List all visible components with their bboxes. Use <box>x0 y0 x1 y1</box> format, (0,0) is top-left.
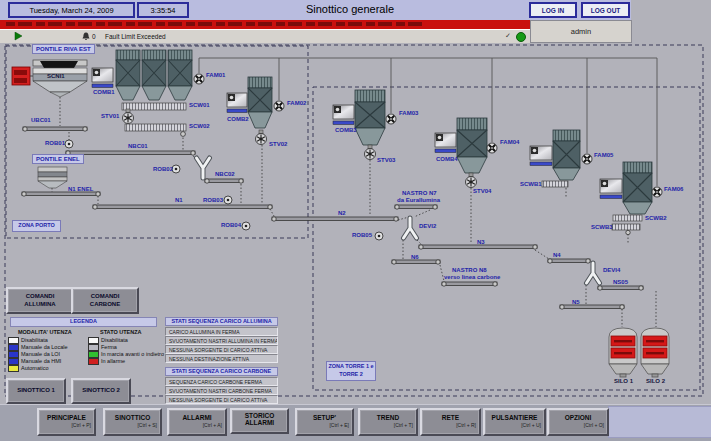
nav-principale-button[interactable]: PRINCIPALE[Ctrl + P] <box>37 408 96 436</box>
label-ubc01: UBC01 <box>31 117 51 123</box>
legend-row-label: Manuale da HMI <box>21 358 61 364</box>
sinottico1-button[interactable]: SINOTTICO 1 <box>6 378 66 404</box>
label-n2: N2 <box>338 210 346 216</box>
alarm-message: Fault Limit Exceeded <box>105 33 166 40</box>
stati-carbone-row: NESSUNA SORGENTE DI CARICO ATTIVA <box>165 395 278 404</box>
label-nastro-n7-line1: NASTRO N7 <box>402 190 437 196</box>
label-nastro-n7-line2: da Eurallumina <box>397 197 440 203</box>
stv02-valve-icon <box>256 130 267 145</box>
label-nastro-n8-line1: NASTRO N8 <box>452 267 487 273</box>
nav-hint: [Ctrl + U] <box>485 422 544 428</box>
fam05-fan-icon <box>582 154 592 164</box>
storage-silos <box>609 328 669 377</box>
label-silo2: SILO 2 <box>646 378 665 384</box>
nav-hint: [Ctrl + R] <box>422 422 479 428</box>
legend-swatch <box>8 365 19 372</box>
nav-opzioni-button[interactable]: OPZIONI[Ctrl + O] <box>547 408 609 436</box>
nav-setup-button[interactable]: SETUP'[Ctrl + E] <box>295 408 354 436</box>
time-display: 3:35:54 <box>137 2 189 18</box>
legend-row-label: Ferma <box>101 344 117 350</box>
comandi-carbone-button[interactable]: COMANDI CARBONE <box>71 287 139 314</box>
legend-swatch <box>88 358 99 365</box>
legend-swatch <box>88 344 99 351</box>
alarm-count: 0 <box>92 33 96 40</box>
label-stv03: STV03 <box>377 157 395 163</box>
logout-button[interactable]: LOG OUT <box>581 2 630 18</box>
label-nastro-n8-line2: verso linea carbone <box>444 274 500 280</box>
silo-4 <box>457 118 487 173</box>
stati-carbone-title: STATI SEQUENZA CARICO CARBONE <box>165 367 278 376</box>
label-n6: N6 <box>411 254 419 260</box>
silo-3 <box>355 90 385 145</box>
nav-rete-button[interactable]: RETE[Ctrl + R] <box>420 408 481 436</box>
label-rob02: ROB02 <box>153 166 173 172</box>
label-silo1: SILO 1 <box>614 378 633 384</box>
enel-hopper <box>38 167 67 188</box>
label-rob01: ROB01 <box>45 140 65 146</box>
nav-hint: [Ctrl + O] <box>549 422 607 428</box>
fam04-fan-icon <box>487 143 497 153</box>
nav-label: TREND <box>360 414 416 421</box>
fam01-fan-icon <box>194 74 204 84</box>
label-n5: N5 <box>572 299 580 305</box>
login-button[interactable]: LOG IN <box>529 2 577 18</box>
comandi-allumina-button[interactable]: COMANDI ALLUMINA <box>6 287 74 314</box>
legend-swatch <box>8 344 19 351</box>
legend-col1-title: MODALITA' UTENZA <box>18 329 72 335</box>
legend-row-label: Automatico <box>21 365 49 371</box>
nav-hint: [Ctrl + P] <box>39 422 94 428</box>
current-user: admin <box>530 20 632 43</box>
alarm-status-bar[interactable]: 0 Fault Limit Exceeded ✓ <box>0 29 530 43</box>
label-pontile-riva-est: PONTILE RIVA EST <box>32 44 95 54</box>
feeder-comb2 <box>227 93 247 113</box>
rob01-icon <box>65 140 73 148</box>
stati-allumina-row: NESSUNA DESTINAZIONE ATTIVA <box>165 354 278 363</box>
nav-storico-allarmi-button[interactable]: STORICO ALLARMI <box>230 408 289 434</box>
nav-hint: [Ctrl + S] <box>105 422 160 428</box>
devi2-diverter-icon <box>404 218 417 238</box>
nav-label: SETUP' <box>297 414 352 421</box>
date-display: Tuesday, March 24, 2009 <box>8 2 135 18</box>
label-comb4: COMB4 <box>436 156 458 162</box>
label-rob04: ROB04 <box>221 222 241 228</box>
label-comb2: COMB2 <box>227 116 249 122</box>
nav-label: PULSANTIERE <box>485 414 544 421</box>
fam06-fan-icon <box>652 187 662 197</box>
legend-swatch <box>8 358 19 365</box>
devi4-diverter-icon <box>587 263 600 283</box>
screw-scwb3 <box>612 224 640 230</box>
label-comb1: COMB1 <box>93 89 115 95</box>
stv03-valve-icon <box>365 145 376 160</box>
nav-trend-button[interactable]: TREND[Ctrl + T] <box>358 408 418 436</box>
label-nbc02: NBC02 <box>215 171 235 177</box>
screw-scwb2 <box>613 215 642 221</box>
feeder-tower2 <box>600 179 622 199</box>
stati-carbone-row: SEQUENZA CARICO CARBONE FERMA <box>165 377 278 386</box>
nav-sinottico-button[interactable]: SINOTTICO[Ctrl + S] <box>103 408 162 436</box>
nav-pulsantiere-button[interactable]: PULSANTIERE[Ctrl + U] <box>483 408 546 436</box>
legend-swatch <box>8 351 19 358</box>
label-nbc01: NBC01 <box>128 143 148 149</box>
label-fam03: FAM03 <box>399 110 418 116</box>
sinottico2-button[interactable]: SINOTTICO 2 <box>71 378 131 404</box>
stv01-valve-icon <box>123 109 134 124</box>
fam02-fan-icon <box>274 101 284 111</box>
rob05-icon <box>375 232 383 240</box>
label-ns05: NS05 <box>613 279 628 285</box>
rob02-icon <box>172 165 180 173</box>
feeder-comb1 <box>92 68 113 88</box>
ack-check-icon[interactable]: ✓ <box>505 32 511 40</box>
nav-hint: [Ctrl + T] <box>360 422 416 428</box>
rob04-icon <box>242 222 250 230</box>
label-rob05: ROB05 <box>352 232 372 238</box>
label-fam02: FAM02 <box>287 100 306 106</box>
stati-allumina-title: STATI SEQUENZA CARICO ALLUMINA <box>165 317 278 326</box>
label-scw01: SCW01 <box>189 102 210 108</box>
nav-allarmi-button[interactable]: ALLARMI[Ctrl + A] <box>167 408 227 436</box>
legend-row-label: Manuale da LOI <box>21 351 60 357</box>
alarm-flag-icon <box>14 32 23 41</box>
label-n3: N3 <box>477 239 485 245</box>
legend-title: LEGENDA <box>10 317 157 327</box>
alarm-nav-icon[interactable] <box>516 32 526 42</box>
legend-swatch <box>88 337 99 344</box>
